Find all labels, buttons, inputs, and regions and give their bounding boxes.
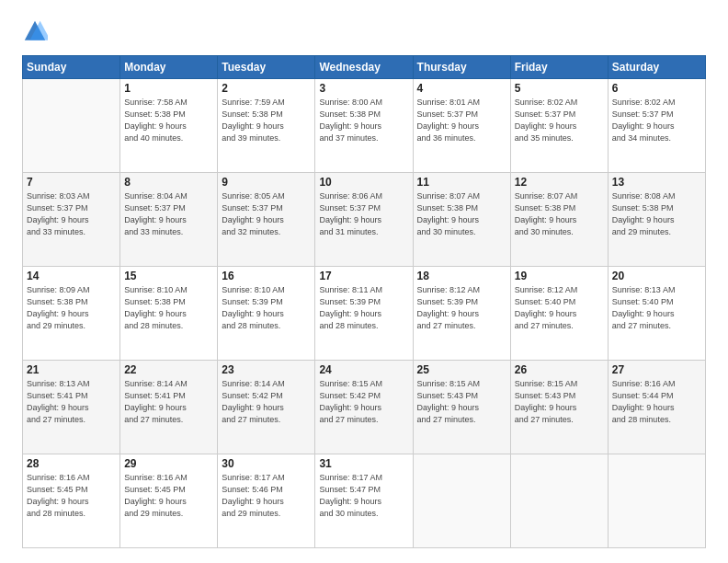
calendar-cell: 29Sunrise: 8:16 AM Sunset: 5:45 PM Dayli… — [120, 454, 218, 548]
day-info: Sunrise: 8:04 AM Sunset: 5:37 PM Dayligh… — [124, 190, 213, 238]
day-number: 28 — [27, 457, 116, 470]
calendar-cell: 12Sunrise: 8:07 AM Sunset: 5:38 PM Dayli… — [510, 173, 608, 267]
day-number: 22 — [124, 363, 213, 376]
day-info: Sunrise: 8:09 AM Sunset: 5:38 PM Dayligh… — [27, 284, 116, 332]
calendar-cell — [413, 454, 510, 548]
day-info: Sunrise: 8:02 AM Sunset: 5:37 PM Dayligh… — [515, 97, 604, 144]
day-info: Sunrise: 8:16 AM Sunset: 5:44 PM Dayligh… — [612, 378, 701, 426]
calendar-cell: 13Sunrise: 8:08 AM Sunset: 5:38 PM Dayli… — [608, 173, 705, 267]
day-info: Sunrise: 8:11 AM Sunset: 5:39 PM Dayligh… — [319, 284, 408, 332]
page: SundayMondayTuesdayWednesdayThursdayFrid… — [0, 0, 728, 563]
calendar-cell: 31Sunrise: 8:17 AM Sunset: 5:47 PM Dayli… — [315, 454, 413, 548]
calendar-cell: 7Sunrise: 8:03 AM Sunset: 5:37 PM Daylig… — [23, 173, 120, 267]
calendar-week-row: 1Sunrise: 7:58 AM Sunset: 5:38 PM Daylig… — [23, 79, 706, 173]
calendar-cell: 23Sunrise: 8:14 AM Sunset: 5:42 PM Dayli… — [218, 361, 315, 454]
day-number: 17 — [319, 270, 408, 282]
calendar-cell — [608, 454, 705, 548]
day-info: Sunrise: 8:16 AM Sunset: 5:45 PM Dayligh… — [27, 472, 116, 520]
day-of-week-header: Tuesday — [218, 56, 315, 79]
day-info: Sunrise: 8:07 AM Sunset: 5:38 PM Dayligh… — [417, 190, 506, 238]
day-number: 21 — [27, 363, 116, 376]
day-number: 30 — [222, 457, 311, 470]
logo — [22, 18, 53, 44]
day-info: Sunrise: 7:58 AM Sunset: 5:38 PM Dayligh… — [124, 97, 213, 144]
day-info: Sunrise: 8:15 AM Sunset: 5:43 PM Dayligh… — [515, 378, 604, 426]
calendar-cell: 9Sunrise: 8:05 AM Sunset: 5:37 PM Daylig… — [218, 173, 315, 267]
day-number: 3 — [319, 82, 408, 95]
calendar-week-row: 28Sunrise: 8:16 AM Sunset: 5:45 PM Dayli… — [23, 454, 706, 548]
calendar-cell: 14Sunrise: 8:09 AM Sunset: 5:38 PM Dayli… — [23, 267, 120, 361]
calendar-cell: 27Sunrise: 8:16 AM Sunset: 5:44 PM Dayli… — [608, 361, 705, 454]
day-number: 25 — [417, 363, 506, 376]
day-number: 5 — [515, 82, 604, 95]
day-of-week-header: Monday — [120, 56, 218, 79]
calendar-cell: 30Sunrise: 8:17 AM Sunset: 5:46 PM Dayli… — [218, 454, 315, 548]
calendar-header-row: SundayMondayTuesdayWednesdayThursdayFrid… — [23, 56, 706, 79]
day-number: 20 — [612, 270, 701, 282]
calendar-cell: 3Sunrise: 8:00 AM Sunset: 5:38 PM Daylig… — [315, 79, 413, 173]
day-number: 12 — [515, 176, 604, 189]
day-number: 19 — [515, 270, 604, 282]
calendar-cell: 18Sunrise: 8:12 AM Sunset: 5:39 PM Dayli… — [413, 267, 510, 361]
day-info: Sunrise: 8:15 AM Sunset: 5:42 PM Dayligh… — [319, 378, 408, 426]
day-of-week-header: Sunday — [23, 56, 120, 79]
calendar-cell: 5Sunrise: 8:02 AM Sunset: 5:37 PM Daylig… — [510, 79, 608, 173]
calendar-cell: 20Sunrise: 8:13 AM Sunset: 5:40 PM Dayli… — [608, 267, 705, 361]
day-number: 27 — [612, 363, 701, 376]
day-info: Sunrise: 8:02 AM Sunset: 5:37 PM Dayligh… — [612, 97, 701, 144]
day-of-week-header: Saturday — [608, 56, 705, 79]
calendar-week-row: 14Sunrise: 8:09 AM Sunset: 5:38 PM Dayli… — [23, 267, 706, 361]
day-info: Sunrise: 8:15 AM Sunset: 5:43 PM Dayligh… — [417, 378, 506, 426]
day-number: 13 — [612, 176, 701, 189]
day-of-week-header: Friday — [510, 56, 608, 79]
day-info: Sunrise: 8:12 AM Sunset: 5:40 PM Dayligh… — [515, 284, 604, 332]
day-number: 6 — [612, 82, 701, 95]
day-info: Sunrise: 8:13 AM Sunset: 5:41 PM Dayligh… — [27, 378, 116, 426]
day-number: 23 — [222, 363, 311, 376]
day-info: Sunrise: 7:59 AM Sunset: 5:38 PM Dayligh… — [222, 97, 311, 144]
day-info: Sunrise: 8:05 AM Sunset: 5:37 PM Dayligh… — [222, 190, 311, 238]
calendar-cell: 1Sunrise: 7:58 AM Sunset: 5:38 PM Daylig… — [120, 79, 218, 173]
calendar-cell — [23, 79, 120, 173]
day-number: 15 — [124, 270, 213, 282]
day-info: Sunrise: 8:07 AM Sunset: 5:38 PM Dayligh… — [515, 190, 604, 238]
calendar-cell: 11Sunrise: 8:07 AM Sunset: 5:38 PM Dayli… — [413, 173, 510, 267]
day-info: Sunrise: 8:10 AM Sunset: 5:38 PM Dayligh… — [124, 284, 213, 332]
day-number: 18 — [417, 270, 506, 282]
day-number: 8 — [124, 176, 213, 189]
day-number: 14 — [27, 270, 116, 282]
calendar-table: SundayMondayTuesdayWednesdayThursdayFrid… — [22, 55, 706, 548]
calendar-cell — [510, 454, 608, 548]
day-info: Sunrise: 8:12 AM Sunset: 5:39 PM Dayligh… — [417, 284, 506, 332]
day-info: Sunrise: 8:17 AM Sunset: 5:46 PM Dayligh… — [222, 472, 311, 520]
day-of-week-header: Thursday — [413, 56, 510, 79]
calendar-cell: 26Sunrise: 8:15 AM Sunset: 5:43 PM Dayli… — [510, 361, 608, 454]
day-number: 29 — [124, 457, 213, 470]
calendar-cell: 15Sunrise: 8:10 AM Sunset: 5:38 PM Dayli… — [120, 267, 218, 361]
day-number: 31 — [319, 457, 408, 470]
day-number: 9 — [222, 176, 311, 189]
day-number: 10 — [319, 176, 408, 189]
calendar-cell: 17Sunrise: 8:11 AM Sunset: 5:39 PM Dayli… — [315, 267, 413, 361]
calendar-cell: 10Sunrise: 8:06 AM Sunset: 5:37 PM Dayli… — [315, 173, 413, 267]
logo-icon — [22, 18, 48, 44]
day-info: Sunrise: 8:08 AM Sunset: 5:38 PM Dayligh… — [612, 190, 701, 238]
day-info: Sunrise: 8:10 AM Sunset: 5:39 PM Dayligh… — [222, 284, 311, 332]
calendar-cell: 19Sunrise: 8:12 AM Sunset: 5:40 PM Dayli… — [510, 267, 608, 361]
day-of-week-header: Wednesday — [315, 56, 413, 79]
calendar-cell: 4Sunrise: 8:01 AM Sunset: 5:37 PM Daylig… — [413, 79, 510, 173]
day-info: Sunrise: 8:13 AM Sunset: 5:40 PM Dayligh… — [612, 284, 701, 332]
day-number: 24 — [319, 363, 408, 376]
day-number: 26 — [515, 363, 604, 376]
day-number: 4 — [417, 82, 506, 95]
day-info: Sunrise: 8:01 AM Sunset: 5:37 PM Dayligh… — [417, 97, 506, 144]
calendar-cell: 28Sunrise: 8:16 AM Sunset: 5:45 PM Dayli… — [23, 454, 120, 548]
calendar-cell: 2Sunrise: 7:59 AM Sunset: 5:38 PM Daylig… — [218, 79, 315, 173]
day-number: 7 — [27, 176, 116, 189]
day-info: Sunrise: 8:03 AM Sunset: 5:37 PM Dayligh… — [27, 190, 116, 238]
day-number: 11 — [417, 176, 506, 189]
day-info: Sunrise: 8:14 AM Sunset: 5:42 PM Dayligh… — [222, 378, 311, 426]
day-info: Sunrise: 8:14 AM Sunset: 5:41 PM Dayligh… — [124, 378, 213, 426]
calendar-week-row: 21Sunrise: 8:13 AM Sunset: 5:41 PM Dayli… — [23, 361, 706, 454]
day-number: 16 — [222, 270, 311, 282]
